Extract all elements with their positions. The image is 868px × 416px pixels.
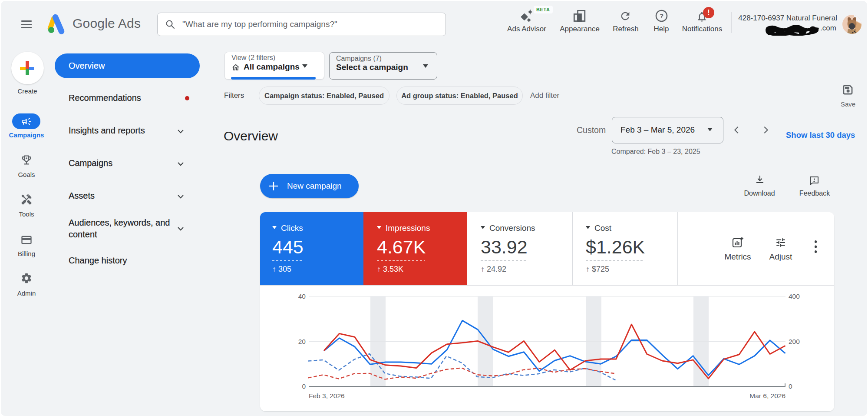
svg-text:20: 20 <box>298 338 306 345</box>
svg-text:0: 0 <box>789 383 792 390</box>
svg-text:200: 200 <box>789 338 800 345</box>
svg-text:40: 40 <box>298 293 306 300</box>
svg-text:Mar 6, 2026: Mar 6, 2026 <box>749 392 785 399</box>
svg-text:400: 400 <box>789 293 800 300</box>
svg-text:Feb 3, 2026: Feb 3, 2026 <box>309 392 345 399</box>
svg-text:0: 0 <box>302 383 306 390</box>
svg-text:?: ? <box>660 12 663 20</box>
